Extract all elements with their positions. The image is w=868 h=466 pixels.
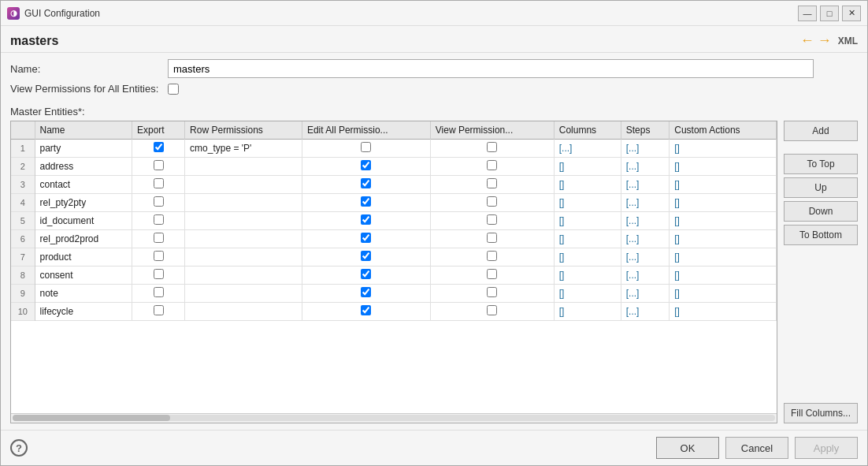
row-steps[interactable]: [...]: [621, 230, 670, 248]
row-custom-actions[interactable]: []: [670, 158, 777, 176]
row-custom-actions[interactable]: []: [670, 285, 777, 303]
row-steps[interactable]: [...]: [621, 212, 670, 230]
row-view-perm[interactable]: [430, 176, 554, 194]
row-export[interactable]: [132, 230, 184, 248]
row-steps[interactable]: [...]: [621, 285, 670, 303]
view-perm-checkbox[interactable]: [487, 214, 497, 225]
row-custom-actions[interactable]: []: [670, 267, 777, 285]
view-perm-checkbox[interactable]: [487, 251, 497, 261]
row-export[interactable]: [132, 176, 184, 194]
table-scroll[interactable]: Name Export Row Permissions Edit All Per…: [11, 121, 777, 413]
row-view-perm[interactable]: [430, 158, 554, 176]
export-checkbox[interactable]: [154, 251, 164, 261]
row-steps[interactable]: [...]: [621, 248, 670, 267]
row-edit-all[interactable]: [302, 267, 430, 285]
row-custom-actions[interactable]: []: [670, 140, 777, 158]
forward-icon[interactable]: →: [818, 32, 832, 49]
edit-all-checkbox[interactable]: [361, 142, 371, 152]
view-perm-checkbox[interactable]: [487, 305, 497, 315]
row-view-perm[interactable]: [430, 212, 554, 230]
view-perm-checkbox[interactable]: [487, 233, 497, 243]
up-button[interactable]: Up: [784, 177, 858, 198]
edit-all-checkbox[interactable]: [361, 233, 371, 243]
name-input[interactable]: [168, 59, 814, 78]
row-view-perm[interactable]: [430, 194, 554, 212]
row-view-perm[interactable]: [430, 267, 554, 285]
back-icon[interactable]: ←: [800, 32, 814, 49]
row-edit-all[interactable]: [302, 212, 430, 230]
horizontal-scrollbar[interactable]: [11, 413, 777, 423]
down-button[interactable]: Down: [784, 201, 858, 222]
row-columns[interactable]: [...]: [554, 140, 621, 158]
row-export[interactable]: [132, 285, 184, 303]
row-edit-all[interactable]: [302, 248, 430, 267]
view-permissions-checkbox[interactable]: [168, 84, 179, 95]
row-view-perm[interactable]: [430, 303, 554, 321]
ok-button[interactable]: OK: [656, 437, 719, 459]
row-edit-all[interactable]: [302, 303, 430, 321]
row-view-perm[interactable]: [430, 230, 554, 248]
view-perm-checkbox[interactable]: [487, 178, 497, 188]
row-edit-all[interactable]: [302, 176, 430, 194]
to-top-button[interactable]: To Top: [784, 154, 858, 174]
row-edit-all[interactable]: [302, 230, 430, 248]
row-columns[interactable]: []: [554, 194, 621, 212]
row-edit-all[interactable]: [302, 140, 430, 158]
view-perm-checkbox[interactable]: [487, 142, 497, 152]
row-custom-actions[interactable]: []: [670, 230, 777, 248]
export-checkbox[interactable]: [154, 233, 164, 243]
row-export[interactable]: [132, 212, 184, 230]
cancel-button[interactable]: Cancel: [725, 437, 788, 459]
view-perm-checkbox[interactable]: [487, 160, 497, 170]
export-checkbox[interactable]: [154, 305, 164, 315]
apply-button[interactable]: Apply: [795, 437, 858, 459]
edit-all-checkbox[interactable]: [361, 287, 371, 297]
view-perm-checkbox[interactable]: [487, 269, 497, 279]
edit-all-checkbox[interactable]: [361, 160, 371, 170]
row-view-perm[interactable]: [430, 140, 554, 158]
help-button[interactable]: ?: [10, 439, 28, 457]
row-columns[interactable]: []: [554, 176, 621, 194]
row-custom-actions[interactable]: []: [670, 248, 777, 267]
row-custom-actions[interactable]: []: [670, 303, 777, 321]
row-view-perm[interactable]: [430, 248, 554, 267]
add-button[interactable]: Add: [784, 121, 858, 141]
row-steps[interactable]: [...]: [621, 176, 670, 194]
edit-all-checkbox[interactable]: [361, 214, 371, 225]
row-steps[interactable]: [...]: [621, 140, 670, 158]
row-export[interactable]: [132, 158, 184, 176]
export-checkbox[interactable]: [154, 269, 164, 279]
row-export[interactable]: [132, 140, 184, 158]
edit-all-checkbox[interactable]: [361, 196, 371, 207]
export-checkbox[interactable]: [154, 160, 164, 170]
row-steps[interactable]: [...]: [621, 267, 670, 285]
export-checkbox[interactable]: [154, 196, 164, 207]
row-custom-actions[interactable]: []: [670, 194, 777, 212]
row-export[interactable]: [132, 267, 184, 285]
maximize-button[interactable]: □: [820, 6, 839, 21]
row-columns[interactable]: []: [554, 285, 621, 303]
row-export[interactable]: [132, 303, 184, 321]
edit-all-checkbox[interactable]: [361, 269, 371, 279]
export-checkbox[interactable]: [154, 142, 164, 152]
close-button[interactable]: ✕: [842, 6, 861, 21]
row-steps[interactable]: [...]: [621, 303, 670, 321]
row-columns[interactable]: []: [554, 248, 621, 267]
edit-all-checkbox[interactable]: [361, 178, 371, 188]
to-bottom-button[interactable]: To Bottom: [784, 225, 858, 245]
view-perm-checkbox[interactable]: [487, 196, 497, 207]
row-export[interactable]: [132, 248, 184, 267]
minimize-button[interactable]: —: [798, 6, 817, 21]
row-custom-actions[interactable]: []: [670, 212, 777, 230]
edit-all-checkbox[interactable]: [361, 251, 371, 261]
row-custom-actions[interactable]: []: [670, 176, 777, 194]
row-steps[interactable]: [...]: [621, 158, 670, 176]
fill-columns-button[interactable]: Fill Columns...: [784, 403, 858, 423]
view-perm-checkbox[interactable]: [487, 287, 497, 297]
row-export[interactable]: [132, 194, 184, 212]
row-view-perm[interactable]: [430, 285, 554, 303]
row-edit-all[interactable]: [302, 285, 430, 303]
row-columns[interactable]: []: [554, 267, 621, 285]
row-columns[interactable]: []: [554, 230, 621, 248]
row-columns[interactable]: []: [554, 158, 621, 176]
